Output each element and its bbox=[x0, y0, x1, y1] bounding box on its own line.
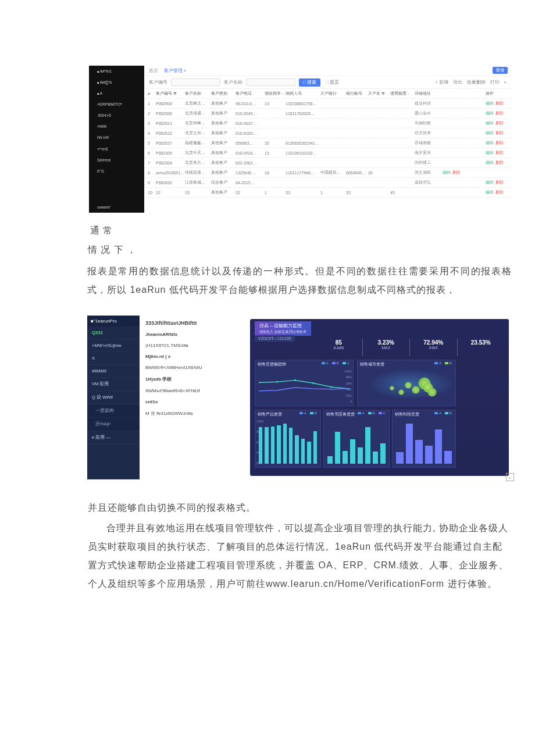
tree-item[interactable]: (H11X8*O1-TMS/dta bbox=[145, 343, 244, 348]
batch-delete-button[interactable]: 批量删除 bbox=[467, 80, 486, 85]
svg-point-0 bbox=[259, 382, 260, 384]
tab-customer[interactable]: 客户管理 × bbox=[164, 68, 186, 74]
bar bbox=[415, 440, 423, 464]
panel-title: 销售市区客货货 bbox=[326, 411, 355, 417]
tab-home[interactable]: 首页 bbox=[149, 68, 158, 74]
delete-link[interactable]: 删除 bbox=[495, 110, 504, 116]
bar-chart bbox=[327, 423, 386, 464]
dash-side-item[interactable]: e 应用 — bbox=[87, 431, 140, 445]
panel-legend: AB bbox=[299, 411, 317, 415]
delete-link[interactable]: 删除 bbox=[495, 189, 504, 195]
col-header[interactable]: # bbox=[148, 92, 156, 96]
reset-button[interactable]: □ 重置 bbox=[324, 79, 342, 86]
dash-side-item[interactable]: <MW>σSUjmw bbox=[87, 339, 140, 352]
edit-link[interactable]: 编辑 bbox=[486, 160, 494, 166]
crm-side-item[interactable]: A#*in1 bbox=[89, 66, 144, 77]
table-row[interactable]: 3P002521北京华峰…其他客户010-5637…马钢轮毂编辑删除 bbox=[144, 119, 511, 128]
edit-link[interactable]: 编辑 bbox=[486, 150, 494, 156]
table-row[interactable]: 1P002504北京峰之…其他客户98-010-6…13110108601758… bbox=[144, 99, 511, 109]
kpi-row: 85AJaftt3.23%MAX72.94%IHttX23.53% bbox=[315, 339, 504, 356]
input-cust-name[interactable] bbox=[246, 78, 295, 86]
table-row[interactable]: 6P002305北京中天…其他客户010-6516…13110106102102… bbox=[144, 148, 511, 158]
row-ops: 编辑删除 bbox=[486, 160, 508, 166]
dash-side-item[interactable]: 一层架构 bbox=[87, 404, 140, 418]
dash-side-item[interactable]: Q 设 W#W bbox=[87, 391, 140, 404]
tree-header: 333JtftiftttavIJHBIfttt bbox=[145, 320, 244, 326]
edit-link[interactable]: 编辑 bbox=[486, 120, 494, 126]
input-cust-no[interactable] bbox=[171, 78, 220, 86]
delete-link[interactable]: 删除 bbox=[495, 140, 504, 146]
col-header[interactable]: 增值税率 - bbox=[265, 91, 286, 96]
table-row[interactable]: 8sxhu20180513…传统渠道…其他客户1325640…181101117… bbox=[144, 168, 511, 178]
table-row[interactable]: 2P002506北京佳通…其他客户010-6545…11011702020…圆山… bbox=[144, 109, 511, 119]
col-header[interactable]: 银行账号 bbox=[346, 91, 368, 96]
col-header[interactable]: 客户电话 bbox=[236, 91, 265, 96]
delete-link[interactable]: 删除 bbox=[452, 170, 461, 175]
delete-link[interactable]: 删除 bbox=[495, 130, 504, 136]
tree-item[interactable]: ItWMxd'9NweR/dt<XFhttJf bbox=[145, 388, 244, 393]
crm-side-item[interactable]: «ERPBMITO* bbox=[89, 99, 144, 110]
bar-chart bbox=[396, 423, 452, 464]
close-icon[interactable]: × bbox=[504, 80, 507, 85]
col-header[interactable]: 客户编号 ≑ bbox=[156, 91, 185, 96]
col-header[interactable]: 纳税人号 bbox=[286, 91, 320, 96]
delete-link[interactable]: 删除 bbox=[495, 160, 504, 166]
dash-canvas: 仪表 – 运输能力监控 销售收入 目标完成 同比增长率 VZI1OIT---'/… bbox=[250, 319, 509, 476]
tree-item[interactable]: 1H)xdb 学校 bbox=[145, 376, 244, 382]
table-row[interactable]: 9P002692江苏林城…综合客户84-2015…嘉陵市弘编辑删除 bbox=[144, 178, 511, 188]
col-header[interactable]: 操作 bbox=[486, 91, 508, 96]
dash-side-item[interactable]: Q333 bbox=[87, 327, 140, 339]
row-ops: 编辑删除 bbox=[486, 189, 508, 195]
dash-side-item[interactable]: #6MM9 bbox=[87, 365, 140, 378]
edit-link[interactable]: 编辑 bbox=[486, 140, 494, 146]
edit-link[interactable]: 编辑 bbox=[486, 130, 494, 136]
bar bbox=[373, 452, 378, 464]
edit-link[interactable]: 编辑 bbox=[486, 110, 494, 116]
dash-subtab[interactable]: VZI1OIT---'/J1V2D bbox=[255, 335, 295, 342]
edit-link[interactable]: 编辑 bbox=[486, 189, 494, 195]
crm-side-item[interactable]: owwmr' bbox=[89, 202, 144, 213]
delete-link[interactable]: 删除 bbox=[495, 101, 504, 106]
row-ops: 编辑删除 bbox=[486, 130, 508, 136]
col-header[interactable]: 客户类别 bbox=[211, 91, 236, 96]
delete-link[interactable]: 删除 bbox=[495, 150, 504, 156]
dash-side-item[interactable]: VM 应用 bbox=[87, 378, 140, 391]
edit-link[interactable]: 编辑 bbox=[486, 101, 494, 106]
export-button[interactable]: 导出 bbox=[453, 80, 462, 85]
col-header[interactable]: 开户名 ≑ bbox=[368, 91, 390, 96]
col-header[interactable]: 开户银行 bbox=[320, 91, 346, 96]
table-row[interactable]: 4P002522北京士兴…其他客户010-8165…经济技术编辑删除 bbox=[144, 128, 511, 138]
table-row[interactable]: 5P002527福建徽鑫…其他客户059063…359135020301541…… bbox=[144, 138, 511, 148]
crm-side-item[interactable]: A bbox=[89, 88, 144, 99]
add-button[interactable]: + 新增 bbox=[435, 80, 448, 85]
panel-legend: AB bbox=[434, 411, 452, 415]
dash-side-item[interactable]: 历%Aβ› bbox=[87, 418, 140, 431]
crm-side-item[interactable]: 6"G bbox=[89, 166, 144, 177]
tree-item[interactable]: BWMSΦ<X#BHxrd1XttΛ#U bbox=[145, 365, 244, 370]
crm-side-item[interactable]: S¢#πre bbox=[89, 155, 144, 166]
crm-side-item[interactable]: ≡^πrE bbox=[89, 144, 144, 155]
tree-item[interactable]: JiwanmARfdIx bbox=[145, 332, 244, 337]
crm-side-item[interactable]: IW∧W bbox=[89, 132, 144, 144]
delete-link[interactable]: 删除 bbox=[495, 180, 504, 185]
edit-link[interactable]: 编辑 bbox=[443, 170, 451, 175]
col-header[interactable]: 信用额度 - bbox=[390, 91, 415, 96]
dash-tree: 333JtftiftttavIJHBIfttt 01k" JiwanmARfdI… bbox=[140, 316, 250, 479]
edit-link[interactable]: 编辑 bbox=[486, 180, 494, 185]
top-new-button[interactable]: 新增 bbox=[493, 67, 508, 74]
col-header[interactable]: 客户名称 bbox=[185, 91, 211, 96]
table-row[interactable]: 102233其他客户2213313345编辑删除 bbox=[144, 188, 511, 198]
crm-side-item[interactable]: .ttSH>0 bbox=[89, 110, 144, 121]
search-button[interactable]: □ 搜索 bbox=[299, 78, 320, 87]
chevron-down-icon[interactable]: ⌄ bbox=[506, 473, 514, 481]
tree-item[interactable]: crd1x bbox=[145, 399, 244, 404]
col-header[interactable]: 详细地址 bbox=[415, 91, 443, 96]
crm-side-item[interactable]: Aat[]'/s bbox=[89, 77, 144, 88]
crm-side-item[interactable]: «MW bbox=[89, 121, 144, 132]
delete-link[interactable]: 删除 bbox=[495, 120, 504, 126]
dash-side-item[interactable]: X bbox=[87, 352, 140, 365]
print-button[interactable]: 打印 bbox=[490, 80, 500, 85]
table-row[interactable]: 7P002304北京东方…其他客户022-2562…间村楼工编辑删除 bbox=[144, 158, 511, 168]
tree-item[interactable]: M 分 ftrd1xtti1ttIWJ/dta bbox=[145, 410, 244, 417]
tree-item[interactable]: Mβtm-rd | x bbox=[145, 354, 244, 359]
